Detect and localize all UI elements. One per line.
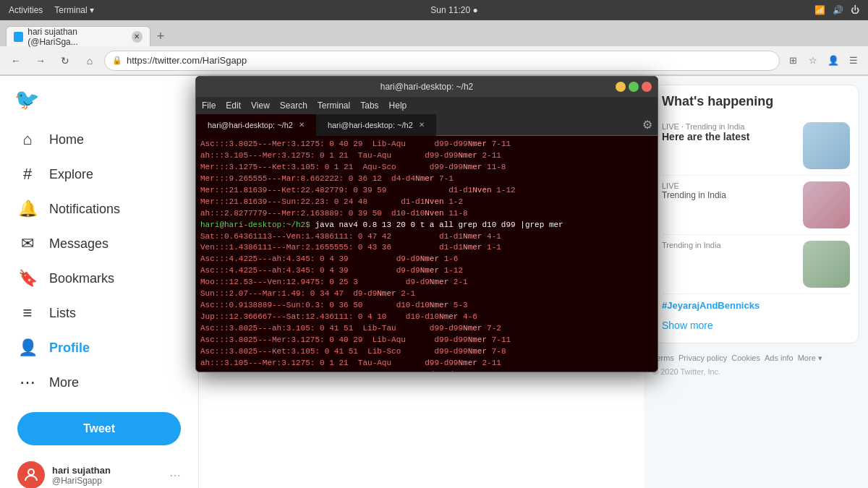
os-topbar-clock: Sun 11:20 ●	[430, 5, 477, 15]
terminal-line: Mer:::9.265555---Mar:8.662222: 0 36 12 d…	[200, 174, 653, 185]
menu-tabs[interactable]: Tabs	[360, 100, 378, 111]
trending-item-1[interactable]: LIVE · Trending in India Here are the la…	[662, 116, 850, 176]
trending-item-text-1: LIVE · Trending in India Here are the la…	[662, 122, 796, 142]
terminal-line: Moo:::12.53---Ven:12.9475: 0 25 3 d9-d9N…	[200, 277, 653, 288]
activities-label[interactable]: Activities	[9, 5, 43, 15]
new-tab-button[interactable]: +	[150, 26, 171, 46]
terminal-line: Asc:::3.8025---Ket:3.105: 0 41 51 Lib-Sc…	[200, 346, 653, 358]
terminal-tab-1[interactable]: hari@hari-desktop: ~/h2 ✕	[196, 114, 316, 136]
sidebar-label-profile: Profile	[49, 341, 90, 356]
address-bar[interactable]: 🔒 https://twitter.com/HariSgapp	[104, 51, 780, 71]
terminal-line: Asc:::3.8025---ah:3.105: 0 41 51 Lib-Tau…	[200, 323, 653, 335]
sidebar-item-notifications[interactable]: 🔔 Notifications	[9, 192, 190, 226]
terminal-line: ah:::3.105---Mer:3.1275: 0 1 21 Tau-Aqu …	[200, 358, 653, 369]
copyright: © 2020 Twitter, Inc.	[652, 367, 859, 376]
wifi-icon: 📶	[814, 5, 825, 15]
menu-icon[interactable]: ☰	[845, 52, 862, 69]
terminal-line: Asc:::4.4225---ah:4.345: 0 4 39 d9-d9Nme…	[200, 254, 653, 265]
trending-img-1	[803, 122, 850, 169]
user-profile-row[interactable]: hari sujathan @HariSgapp ⋯	[9, 454, 190, 488]
menu-search[interactable]: Search	[280, 100, 307, 111]
back-button[interactable]: ←	[6, 51, 26, 71]
menu-file[interactable]: File	[202, 100, 216, 111]
tab-settings-icon[interactable]: ⚙	[637, 118, 658, 132]
reload-button[interactable]: ↻	[55, 51, 75, 71]
tab-close-button[interactable]: ✕	[132, 31, 142, 43]
sidebar-label-lists: Lists	[49, 306, 76, 321]
trending-item-text-2: LIVE Trending in India	[662, 181, 796, 200]
terminal-tab-2[interactable]: hari@hari-desktop: ~/h2 ✕	[316, 114, 436, 136]
sidebar-item-bookmarks[interactable]: 🔖 Bookmarks	[9, 262, 190, 295]
user-icon[interactable]: 👤	[825, 52, 842, 69]
power-icon[interactable]: ⏻	[851, 5, 859, 15]
tab1-close[interactable]: ✕	[299, 121, 305, 129]
profile-icon: 👤	[17, 338, 38, 357]
terminal-line: hari@hari-desktop:~/h2$ java nav4 0.8 13…	[200, 220, 653, 231]
minimize-button[interactable]: _	[616, 82, 626, 92]
terminal-line: Asc:::4.4225---ah:4.345: 0 4 39 d9-d9Nme…	[200, 265, 653, 277]
terminal-menu[interactable]: Terminal ▾	[54, 5, 94, 15]
terminal-line: ah:::3.105---Mer:3.1275: 0 1 21 Tau-Aqu …	[200, 150, 653, 162]
show-more-link[interactable]: Show more	[662, 317, 850, 334]
forward-button[interactable]: →	[30, 51, 51, 71]
maximize-button[interactable]: □	[629, 82, 639, 92]
more-footer-link[interactable]: More ▾	[798, 354, 822, 363]
menu-terminal[interactable]: Terminal	[318, 100, 350, 111]
menu-view[interactable]: View	[251, 100, 270, 111]
sidebar-item-explore[interactable]: # Explore	[9, 158, 190, 191]
footer: Terms Privacy policy Cookies Ads info Mo…	[652, 351, 859, 379]
tweet-button[interactable]: Tweet	[17, 412, 181, 445]
extensions-icon[interactable]: ⊞	[784, 52, 801, 69]
toolbar-icons: ⊞ ☆ 👤 ☰	[784, 52, 862, 69]
terminal-line: Jup:::12.366667---Sat:12.436111: 0 4 10 …	[200, 312, 653, 323]
sidebar-item-profile[interactable]: 👤 Profile	[9, 331, 190, 364]
sidebar-item-more[interactable]: ⋯ More	[9, 366, 190, 399]
avatar	[17, 461, 45, 488]
tab2-close[interactable]: ✕	[419, 121, 425, 129]
terminal-line: Sun:::2.07---Mar:1.49: 0 34 47 d9-d9Nmer…	[200, 288, 653, 300]
twitter-sidebar: 🐦 ⌂ Home # Explore 🔔 Notifications ✉ Mes…	[0, 76, 199, 488]
bookmark-icon[interactable]: ☆	[804, 52, 822, 69]
sidebar-item-messages[interactable]: ✉ Messages	[9, 227, 190, 260]
twitter-logo[interactable]: 🐦	[14, 87, 190, 111]
terminal-body[interactable]: Asc:::3.8025---Mer:3.1275: 0 40 29 Lib-A…	[196, 136, 658, 372]
terminal-line: Sat::0.64361113---Ven:1.4386111: 0 47 42…	[200, 231, 653, 243]
sound-icon: 🔊	[833, 5, 843, 15]
more-icon: ⋯	[17, 373, 38, 392]
trending-item-3[interactable]: Trending in India	[662, 235, 850, 294]
browser-toolbar: ← → ↻ ⌂ 🔒 https://twitter.com/HariSgapp …	[0, 46, 868, 75]
ads-link[interactable]: Ads info	[765, 354, 793, 363]
terminal-titlebar: hari@hari-desktop: ~/h2 _ □ ✕	[196, 77, 658, 97]
terminal-line: Ven:::1.4386111---Mar:2.1655555: 0 43 36…	[200, 242, 653, 254]
terminal-line: ah:::2.8277779---Mer:2.163889: 0 39 50 d…	[200, 208, 653, 220]
user-menu-icon: ⋯	[169, 468, 181, 482]
user-handle: @HariSgapp	[52, 476, 162, 486]
tab-label: hari sujathan (@HariSga...	[27, 27, 124, 47]
page-content: 🐦 ⌂ Home # Explore 🔔 Notifications ✉ Mes…	[0, 76, 868, 488]
terminal-line: Mer:::3.1275---Ket:3.105: 0 1 21 Aqu-Sco…	[200, 369, 653, 372]
menu-help[interactable]: Help	[389, 100, 407, 111]
sidebar-item-home[interactable]: ⌂ Home	[9, 123, 190, 156]
close-button[interactable]: ✕	[642, 82, 652, 92]
trending-item-2[interactable]: LIVE Trending in India	[662, 176, 850, 235]
trending-sidebar: What's happening LIVE · Trending in Indi…	[644, 76, 868, 488]
sidebar-item-lists[interactable]: ≡ Lists	[9, 296, 190, 330]
home-button[interactable]: ⌂	[80, 51, 100, 71]
user-display-name: hari sujathan	[52, 465, 162, 476]
home-icon: ⌂	[17, 130, 38, 149]
terminal-line: Mer:::21.81639---Sun:22.23: 0 24 48 d1-d…	[200, 197, 653, 208]
privacy-link[interactable]: Privacy policy	[678, 354, 727, 363]
terminal-menubar: File Edit View Search Terminal Tabs Help	[196, 97, 658, 114]
svg-point-0	[28, 469, 34, 475]
browser-tab[interactable]: hari sujathan (@HariSga... ✕	[6, 26, 150, 46]
trending-img-3	[803, 241, 850, 288]
trending-item-4[interactable]: #JeyarajAndBennicks	[662, 294, 850, 317]
lists-icon: ≡	[17, 304, 38, 322]
trending-item-text-3: Trending in India	[662, 241, 796, 249]
menu-edit[interactable]: Edit	[226, 100, 241, 111]
terminal-line: Asc:::3.8025---Mer:3.1275: 0 40 29 Lib-A…	[200, 139, 653, 150]
cookies-link[interactable]: Cookies	[731, 354, 760, 363]
lock-icon: 🔒	[112, 56, 122, 65]
tab-favicon	[14, 32, 23, 42]
terminal-line: Mer:::21.81639---Ket:22.482779: 0 39 59 …	[200, 185, 653, 197]
